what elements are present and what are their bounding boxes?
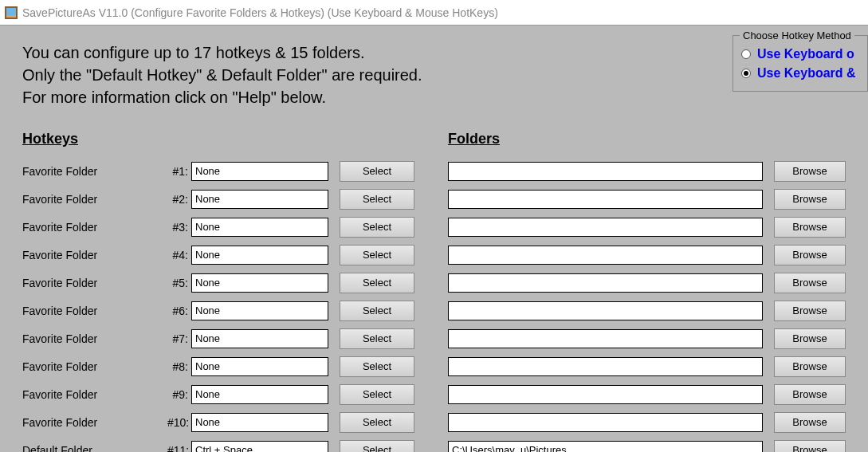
folder-row: Browse bbox=[448, 297, 846, 324]
browse-button[interactable]: Browse bbox=[774, 217, 846, 238]
intro-line: You can configure up to 17 hotkeys & 15 … bbox=[22, 41, 846, 64]
select-button[interactable]: Select bbox=[340, 412, 414, 433]
row-label: Favorite Folder bbox=[22, 249, 167, 261]
browse-button[interactable]: Browse bbox=[774, 161, 846, 182]
select-button[interactable]: Select bbox=[340, 356, 414, 377]
select-button[interactable]: Select bbox=[340, 161, 414, 182]
row-label: Favorite Folder bbox=[22, 221, 167, 234]
row-number: #10: bbox=[167, 416, 191, 429]
hotkey-row: Favorite Folder#8:Select bbox=[22, 352, 448, 380]
row-label: Favorite Folder bbox=[22, 360, 167, 373]
folder-row: Browse bbox=[448, 380, 846, 408]
select-button[interactable]: Select bbox=[340, 189, 414, 210]
folder-input[interactable] bbox=[448, 246, 763, 265]
folder-input[interactable] bbox=[448, 162, 763, 181]
row-label: Favorite Folder bbox=[22, 193, 167, 206]
radio-label: Use Keyboard & bbox=[757, 66, 856, 81]
hotkey-input[interactable] bbox=[191, 246, 328, 265]
hotkey-input[interactable] bbox=[191, 218, 328, 237]
titlebar: SavePictureAs V11.0 (Configure Favorite … bbox=[0, 0, 868, 26]
hotkey-input[interactable] bbox=[191, 385, 328, 404]
radio-icon bbox=[741, 69, 751, 78]
row-label: Favorite Folder bbox=[22, 332, 167, 345]
hotkey-input[interactable] bbox=[191, 329, 328, 348]
intro-line: Only the "Default Hotkey" & Default Fold… bbox=[22, 64, 846, 86]
folder-row: Browse bbox=[448, 269, 846, 297]
browse-button[interactable]: Browse bbox=[774, 384, 846, 405]
folder-input[interactable] bbox=[448, 301, 763, 320]
row-number: #3: bbox=[167, 221, 191, 234]
folder-row: Browse bbox=[448, 324, 846, 352]
browse-button[interactable]: Browse bbox=[774, 412, 846, 433]
select-button[interactable]: Select bbox=[340, 301, 414, 321]
row-number: #2: bbox=[167, 193, 191, 206]
hotkey-row: Favorite Folder#9:Select bbox=[22, 380, 448, 408]
browse-button[interactable]: Browse bbox=[774, 440, 846, 453]
browse-button[interactable]: Browse bbox=[774, 328, 846, 349]
row-number: #8: bbox=[167, 360, 191, 373]
folder-row: Browse bbox=[448, 241, 846, 269]
hotkey-row: Favorite Folder#7:Select bbox=[22, 324, 448, 352]
hotkey-row: Favorite Folder#1:Select bbox=[22, 157, 448, 185]
hotkey-input[interactable] bbox=[191, 190, 328, 209]
select-button[interactable]: Select bbox=[340, 245, 414, 265]
row-number: #4: bbox=[167, 249, 191, 261]
radio-keyboard-only[interactable]: Use Keyboard o bbox=[741, 47, 859, 61]
intro-text: You can configure up to 17 hotkeys & 15 … bbox=[22, 41, 846, 108]
select-button[interactable]: Select bbox=[340, 384, 414, 405]
row-label: Favorite Folder bbox=[22, 305, 167, 317]
select-button[interactable]: Select bbox=[340, 217, 414, 238]
folder-input[interactable] bbox=[448, 329, 763, 348]
titlebar-text: SavePictureAs V11.0 (Configure Favorite … bbox=[22, 6, 498, 19]
folders-header: Folders bbox=[448, 131, 846, 147]
folder-row: Browse bbox=[448, 352, 846, 380]
radio-keyboard-mouse[interactable]: Use Keyboard & bbox=[741, 66, 859, 81]
browse-button[interactable]: Browse bbox=[774, 301, 846, 321]
hotkey-row: Favorite Folder#6:Select bbox=[22, 297, 448, 324]
svg-rect-1 bbox=[6, 8, 16, 15]
browse-button[interactable]: Browse bbox=[774, 245, 846, 265]
hotkey-method-group: Choose Hotkey Method Use Keyboard o Use … bbox=[732, 35, 868, 92]
hotkey-input[interactable] bbox=[191, 273, 328, 293]
browse-button[interactable]: Browse bbox=[774, 356, 846, 377]
folder-input[interactable] bbox=[448, 218, 763, 237]
folder-row: Browse bbox=[448, 185, 846, 213]
hotkey-row: Favorite Folder#3:Select bbox=[22, 213, 448, 241]
hotkey-input[interactable] bbox=[191, 413, 328, 432]
row-number: #7: bbox=[167, 332, 191, 345]
folder-input[interactable] bbox=[448, 385, 763, 404]
browse-button[interactable]: Browse bbox=[774, 273, 846, 293]
hotkey-input[interactable] bbox=[191, 441, 328, 453]
folder-input[interactable] bbox=[448, 357, 763, 376]
radio-icon bbox=[741, 49, 751, 59]
app-icon bbox=[5, 6, 18, 19]
row-number: #1: bbox=[167, 165, 191, 178]
folder-input[interactable] bbox=[448, 273, 763, 293]
hotkey-input[interactable] bbox=[191, 301, 328, 320]
folder-input[interactable] bbox=[448, 190, 763, 209]
select-button[interactable]: Select bbox=[340, 273, 414, 293]
hotkey-input[interactable] bbox=[191, 357, 328, 376]
hotkey-row: Favorite Folder#2:Select bbox=[22, 185, 448, 213]
row-number: #11: bbox=[167, 444, 191, 453]
hotkey-row: Default Folder#11:Select bbox=[22, 436, 448, 452]
folder-row: Browse bbox=[448, 408, 846, 436]
row-label: Favorite Folder bbox=[22, 277, 167, 289]
row-label: Favorite Folder bbox=[22, 416, 167, 429]
select-button[interactable]: Select bbox=[340, 440, 414, 453]
radio-label: Use Keyboard o bbox=[757, 47, 854, 61]
folder-row: Browse bbox=[448, 213, 846, 241]
browse-button[interactable]: Browse bbox=[774, 189, 846, 210]
row-label: Default Folder bbox=[22, 444, 167, 453]
folder-input[interactable] bbox=[448, 413, 763, 432]
hotkey-method-title: Choose Hotkey Method bbox=[740, 29, 854, 41]
intro-line: For more information click on "Help" bel… bbox=[22, 86, 846, 108]
row-label: Favorite Folder bbox=[22, 388, 167, 401]
select-button[interactable]: Select bbox=[340, 328, 414, 349]
hotkeys-header: Hotkeys bbox=[22, 131, 448, 147]
folder-input[interactable] bbox=[448, 441, 763, 453]
svg-rect-2 bbox=[6, 15, 16, 18]
folder-row: Browse bbox=[448, 436, 846, 452]
folder-row: Browse bbox=[448, 157, 846, 185]
hotkey-input[interactable] bbox=[191, 162, 328, 181]
